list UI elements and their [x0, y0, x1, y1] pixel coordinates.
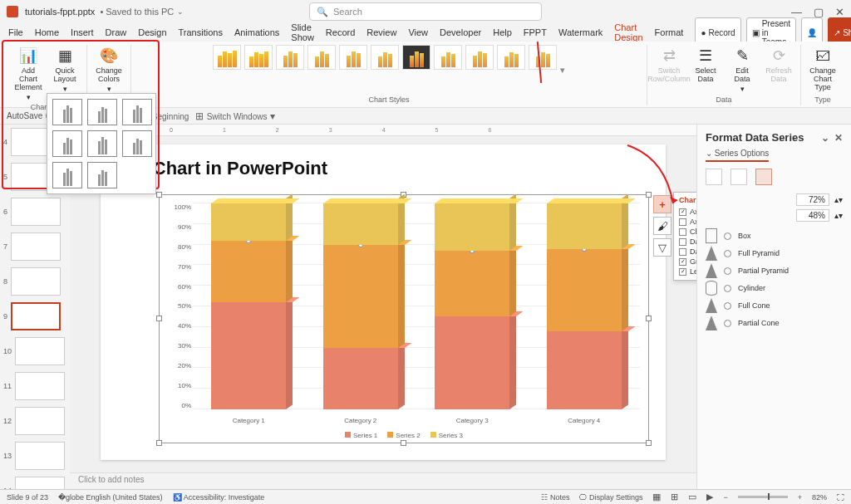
language-indicator[interactable]: �globe English (United States) [58, 493, 163, 502]
tab-chart-design[interactable]: Chart Design [614, 22, 642, 42]
plot-area[interactable] [193, 203, 640, 409]
switch-windows-button[interactable]: ⊞ Switch Windows ▾ [195, 110, 275, 122]
gallery-more-icon[interactable]: ▾ [560, 65, 565, 76]
tab-developer[interactable]: Developer [440, 27, 481, 37]
shape-partial-cone[interactable]: Partial Cone [706, 316, 843, 330]
select-data-button[interactable]: ☰Select Data [689, 45, 722, 85]
refresh-data-button[interactable]: ⟳Refresh Data [762, 45, 795, 85]
tab-slideshow[interactable]: Slide Show [291, 22, 314, 42]
tab-format[interactable]: Format [655, 27, 684, 37]
popup-title: Chart Elements [679, 196, 696, 204]
tab-home[interactable]: Home [35, 27, 59, 37]
chart-element-option[interactable]: ✓Axes [679, 207, 696, 217]
shape-cylinder[interactable]: Cylinder [706, 281, 843, 296]
filename[interactable]: tutorials-fppt.pptx [25, 7, 95, 17]
chart-styles-button[interactable]: 🖌 [653, 217, 671, 235]
slide-thumb[interactable] [15, 442, 65, 470]
tab-review[interactable]: Review [366, 27, 396, 37]
chart-element-option[interactable]: ✓Legend [679, 267, 696, 276]
tab-transitions[interactable]: Transitions [179, 27, 223, 37]
chevron-down-icon[interactable]: ⌄ [177, 7, 184, 16]
slide-thumb[interactable] [15, 407, 65, 435]
accessibility-indicator[interactable]: ♿ Accessibility: Investigate [173, 493, 265, 502]
tab-record[interactable]: Record [326, 27, 355, 37]
chart-element-option[interactable]: Data Labels [679, 237, 696, 247]
quick-layout-gallery[interactable] [47, 93, 156, 194]
chevron-down-icon[interactable]: ⌄ [821, 132, 829, 144]
layout-option[interactable] [87, 99, 117, 125]
normal-view-icon[interactable]: ▦ [652, 492, 661, 502]
chart-element-option[interactable]: ✓Gridlines [679, 257, 696, 267]
tab-insert[interactable]: Insert [71, 27, 94, 37]
layout-option[interactable] [52, 162, 82, 188]
chart-object[interactable]: 0%10%20%30%40%50%60%70%80%90%100% Catego… [159, 194, 649, 443]
close-pane-icon[interactable]: ✕ [834, 132, 843, 144]
chart-styles-gallery[interactable]: ▾ [213, 45, 565, 95]
chart-element-option[interactable]: Axis Titles [679, 217, 696, 227]
layout-option[interactable] [122, 130, 152, 157]
layout-option[interactable] [52, 130, 82, 157]
shape-full-pyramid[interactable]: Full Pyramid [706, 246, 843, 261]
fill-icon[interactable] [706, 169, 722, 185]
tab-draw[interactable]: Draw [106, 27, 127, 37]
display-settings[interactable]: 🖵 Display Settings [579, 493, 642, 502]
slide-thumb[interactable] [15, 337, 65, 365]
zoom-level[interactable]: 82% [812, 493, 827, 502]
chart-legend[interactable]: Series 1 Series 2 Series 3 [160, 432, 648, 439]
tab-view[interactable]: View [408, 27, 428, 37]
chart-elements-button[interactable]: + [653, 195, 671, 213]
slide-counter[interactable]: Slide 9 of 23 [7, 493, 48, 502]
slide-thumb[interactable] [11, 267, 61, 296]
chart-element-option[interactable]: Chart Title [679, 227, 696, 237]
chart-filters-button[interactable]: ▽ [653, 238, 671, 257]
layout-option[interactable] [122, 99, 152, 125]
shape-partial-pyramid[interactable]: Partial Pyramid [706, 263, 843, 278]
quick-layout-button[interactable]: ▦Quick Layout▾ [48, 45, 81, 95]
fit-to-window-icon[interactable]: ⛶ [837, 493, 844, 502]
ribbon-tabs: File Home Insert Draw Design Transitions… [0, 23, 851, 42]
tab-fppt[interactable]: FPPT [524, 27, 547, 37]
tab-file[interactable]: File [8, 27, 23, 37]
tab-help[interactable]: Help [493, 27, 512, 37]
zoom-out[interactable]: − [723, 493, 727, 502]
slide-thumb[interactable] [11, 198, 61, 226]
gap-width-input[interactable]: 48% [796, 209, 829, 222]
slideshow-view-icon[interactable]: ▶ [706, 492, 713, 502]
tab-design[interactable]: Design [138, 27, 166, 37]
close-button[interactable]: ✕ [835, 6, 844, 18]
search-input[interactable]: 🔍 Search [309, 2, 542, 21]
change-chart-type-button[interactable]: 🗠Change Chart Type [806, 45, 839, 93]
sorter-view-icon[interactable]: ⊞ [671, 492, 678, 502]
minimize-button[interactable]: — [791, 6, 802, 18]
shape-box[interactable]: Box [706, 228, 843, 243]
series-options-icon[interactable] [755, 169, 772, 185]
notes-placeholder[interactable]: Click to add notes [70, 472, 696, 489]
reading-view-icon[interactable]: ▭ [688, 492, 696, 502]
effects-icon[interactable] [730, 169, 747, 185]
slide-thumb[interactable] [11, 232, 61, 261]
series-options-label[interactable]: ⌄ Series Options [706, 149, 769, 162]
group-label-styles: Chart Styles [368, 95, 409, 105]
gap-depth-input[interactable]: 72% [796, 193, 829, 206]
zoom-in[interactable]: + [798, 493, 802, 502]
maximize-button[interactable]: ▢ [814, 6, 824, 18]
change-colors-button[interactable]: 🎨Change Colors▾ [92, 45, 125, 95]
add-chart-element-button[interactable]: 📊Add Chart Element▾ [12, 45, 45, 103]
shape-full-cone[interactable]: Full Cone [706, 298, 843, 313]
layout-option[interactable] [87, 162, 117, 188]
slide-thumb[interactable] [15, 477, 65, 489]
tab-animations[interactable]: Animations [234, 27, 279, 37]
notes-toggle[interactable]: ☷ Notes [541, 493, 569, 502]
tab-watermark[interactable]: Watermark [558, 27, 603, 37]
slide-thumb[interactable] [15, 372, 65, 400]
edit-data-button[interactable]: ✎Edit Data▾ [726, 45, 759, 95]
save-status[interactable]: • Saved to this PC [100, 7, 174, 17]
zoom-slider[interactable] [738, 496, 788, 498]
layout-option[interactable] [87, 130, 117, 157]
layout-option[interactable] [52, 99, 82, 125]
slide-title[interactable]: Bar Chart in PowerPoint [117, 158, 649, 179]
chart-element-option[interactable]: Data Table [679, 247, 696, 257]
slide-thumb-selected[interactable] [11, 302, 61, 330]
slide-canvas[interactable]: Bar Chart in PowerPoint 0%10%20%30%40%50… [101, 144, 666, 460]
switch-row-column-button[interactable]: ⇄Switch Row/Column [652, 45, 686, 85]
